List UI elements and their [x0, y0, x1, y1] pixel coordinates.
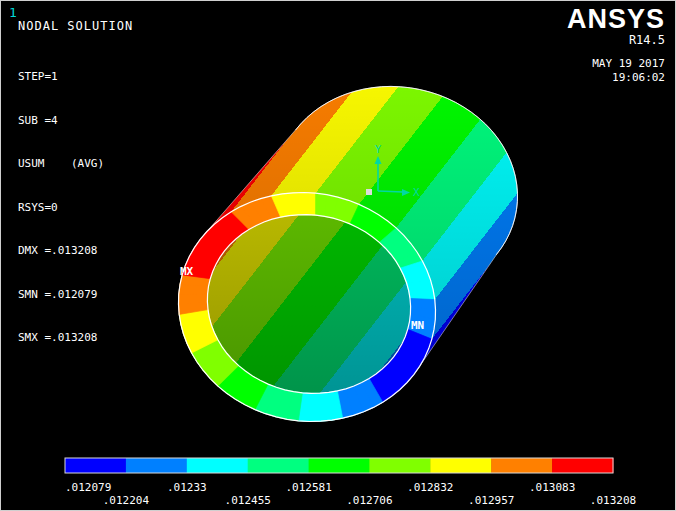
info-step: STEP=1: [18, 70, 104, 85]
legend-cell: [187, 458, 248, 473]
ring-segment: [304, 193, 316, 216]
x-axis-icon: [378, 191, 403, 192]
date-stamp: MAY 19 2017: [567, 57, 665, 71]
legend-value: .012079: [65, 481, 111, 494]
brand-block: ANSYS R14.5 MAY 19 2017 19:06:02: [567, 5, 665, 85]
plot-number: 1: [9, 5, 17, 20]
model: MXMNYX: [178, 86, 517, 421]
info-rsys: RSYS=0: [18, 201, 104, 216]
solution-info: STEP=1 SUB =4 USUM (AVG) RSYS=0 DMX =.01…: [18, 41, 104, 375]
legend: .012079.012204.01233.012455.012581.01270…: [65, 458, 636, 507]
legend-value: .012957: [468, 494, 514, 507]
legend-value: .012832: [407, 481, 453, 494]
legend-value: .013083: [529, 481, 575, 494]
y-axis-label: Y: [375, 143, 382, 156]
legend-value: .012706: [346, 494, 392, 507]
legend-cell: [369, 458, 430, 473]
legend-value: .013208: [590, 494, 636, 507]
x-axis-label: X: [413, 186, 420, 199]
min-location-label: MN: [411, 319, 424, 332]
legend-cell: [65, 458, 126, 473]
info-smx: SMX =.013208: [18, 331, 104, 346]
info-smn: SMN =.012079: [18, 288, 104, 303]
info-usum: USUM (AVG): [18, 157, 104, 172]
triad-origin-marker: [366, 189, 372, 195]
legend-cell: [309, 458, 370, 473]
graphics-window[interactable]: MXMNYX.012079.012204.01233.012455.012581…: [0, 0, 676, 511]
legend-cell: [430, 458, 491, 473]
ansys-version: R14.5: [567, 33, 665, 48]
time-stamp: 19:06:02: [567, 71, 665, 85]
legend-value: .012581: [285, 481, 331, 494]
legend-value: .012204: [103, 494, 150, 507]
legend-cell: [491, 458, 552, 473]
legend-value: .01233: [167, 481, 207, 494]
ansys-logo: ANSYS: [567, 5, 665, 33]
info-dmx: DMX =.013208: [18, 244, 104, 259]
legend-cell: [126, 458, 187, 473]
legend-value: .012455: [225, 494, 271, 507]
max-location-label: MX: [180, 265, 194, 278]
solution-title: NODAL SOLUTION: [18, 19, 133, 33]
legend-cell: [552, 458, 613, 473]
info-sub: SUB =4: [18, 114, 104, 129]
legend-cell: [248, 458, 309, 473]
